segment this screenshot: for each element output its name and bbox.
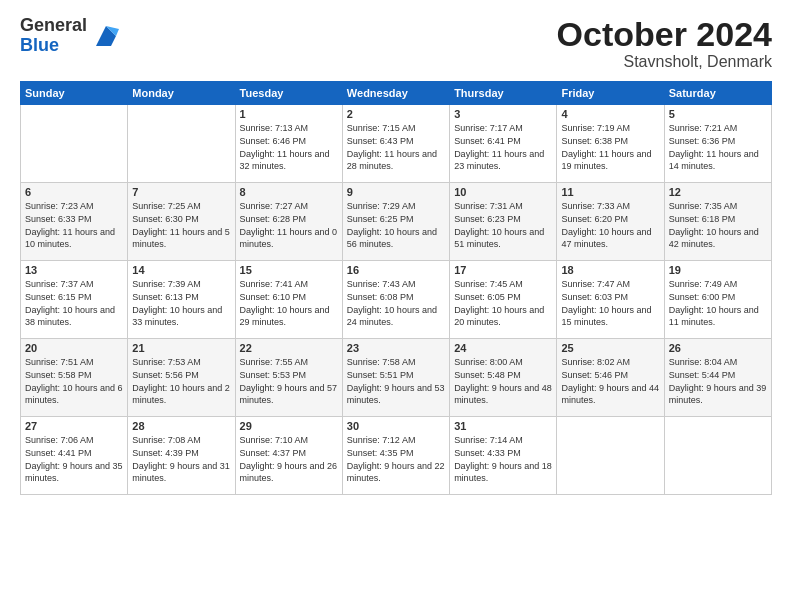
day-number: 30 [347,420,445,432]
calendar-day-cell [21,105,128,183]
col-friday: Friday [557,82,664,105]
calendar-day-cell: 24Sunrise: 8:00 AMSunset: 5:48 PMDayligh… [450,339,557,417]
day-number: 10 [454,186,552,198]
calendar-day-cell: 29Sunrise: 7:10 AMSunset: 4:37 PMDayligh… [235,417,342,495]
day-number: 6 [25,186,123,198]
calendar-day-cell: 3Sunrise: 7:17 AMSunset: 6:41 PMDaylight… [450,105,557,183]
day-info: Sunrise: 7:31 AMSunset: 6:23 PMDaylight:… [454,201,544,249]
day-number: 7 [132,186,230,198]
day-info: Sunrise: 7:33 AMSunset: 6:20 PMDaylight:… [561,201,651,249]
day-info: Sunrise: 7:55 AMSunset: 5:53 PMDaylight:… [240,357,338,405]
day-info: Sunrise: 7:49 AMSunset: 6:00 PMDaylight:… [669,279,759,327]
calendar-week-row: 27Sunrise: 7:06 AMSunset: 4:41 PMDayligh… [21,417,772,495]
day-number: 31 [454,420,552,432]
day-number: 25 [561,342,659,354]
calendar-day-cell: 28Sunrise: 7:08 AMSunset: 4:39 PMDayligh… [128,417,235,495]
day-info: Sunrise: 7:45 AMSunset: 6:05 PMDaylight:… [454,279,544,327]
day-number: 15 [240,264,338,276]
calendar-day-cell: 30Sunrise: 7:12 AMSunset: 4:35 PMDayligh… [342,417,449,495]
calendar-day-cell: 31Sunrise: 7:14 AMSunset: 4:33 PMDayligh… [450,417,557,495]
logo-general: General [20,16,87,36]
day-info: Sunrise: 7:19 AMSunset: 6:38 PMDaylight:… [561,123,651,171]
day-info: Sunrise: 7:15 AMSunset: 6:43 PMDaylight:… [347,123,437,171]
calendar-day-cell: 20Sunrise: 7:51 AMSunset: 5:58 PMDayligh… [21,339,128,417]
logo-icon [91,21,121,51]
calendar-day-cell: 22Sunrise: 7:55 AMSunset: 5:53 PMDayligh… [235,339,342,417]
calendar-day-cell: 13Sunrise: 7:37 AMSunset: 6:15 PMDayligh… [21,261,128,339]
day-number: 29 [240,420,338,432]
calendar-week-row: 1Sunrise: 7:13 AMSunset: 6:46 PMDaylight… [21,105,772,183]
day-info: Sunrise: 7:43 AMSunset: 6:08 PMDaylight:… [347,279,437,327]
calendar-day-cell: 25Sunrise: 8:02 AMSunset: 5:46 PMDayligh… [557,339,664,417]
day-number: 26 [669,342,767,354]
day-number: 1 [240,108,338,120]
calendar-day-cell: 5Sunrise: 7:21 AMSunset: 6:36 PMDaylight… [664,105,771,183]
day-number: 9 [347,186,445,198]
calendar-table: Sunday Monday Tuesday Wednesday Thursday… [20,81,772,495]
day-info: Sunrise: 7:10 AMSunset: 4:37 PMDaylight:… [240,435,338,483]
calendar-day-cell: 2Sunrise: 7:15 AMSunset: 6:43 PMDaylight… [342,105,449,183]
title-block: October 2024 Stavnsholt, Denmark [557,16,772,71]
day-info: Sunrise: 7:12 AMSunset: 4:35 PMDaylight:… [347,435,445,483]
day-number: 13 [25,264,123,276]
day-number: 4 [561,108,659,120]
calendar-week-row: 13Sunrise: 7:37 AMSunset: 6:15 PMDayligh… [21,261,772,339]
day-info: Sunrise: 7:47 AMSunset: 6:03 PMDaylight:… [561,279,651,327]
calendar-day-cell: 11Sunrise: 7:33 AMSunset: 6:20 PMDayligh… [557,183,664,261]
day-info: Sunrise: 7:53 AMSunset: 5:56 PMDaylight:… [132,357,230,405]
day-number: 17 [454,264,552,276]
day-info: Sunrise: 7:29 AMSunset: 6:25 PMDaylight:… [347,201,437,249]
day-number: 5 [669,108,767,120]
calendar-day-cell: 8Sunrise: 7:27 AMSunset: 6:28 PMDaylight… [235,183,342,261]
calendar-day-cell: 12Sunrise: 7:35 AMSunset: 6:18 PMDayligh… [664,183,771,261]
calendar-week-row: 20Sunrise: 7:51 AMSunset: 5:58 PMDayligh… [21,339,772,417]
day-number: 11 [561,186,659,198]
day-info: Sunrise: 7:27 AMSunset: 6:28 PMDaylight:… [240,201,338,249]
day-number: 23 [347,342,445,354]
calendar-day-cell: 21Sunrise: 7:53 AMSunset: 5:56 PMDayligh… [128,339,235,417]
day-info: Sunrise: 7:58 AMSunset: 5:51 PMDaylight:… [347,357,445,405]
day-number: 19 [669,264,767,276]
header-row: Sunday Monday Tuesday Wednesday Thursday… [21,82,772,105]
day-info: Sunrise: 7:13 AMSunset: 6:46 PMDaylight:… [240,123,330,171]
day-number: 22 [240,342,338,354]
logo-blue: Blue [20,36,87,56]
day-info: Sunrise: 7:14 AMSunset: 4:33 PMDaylight:… [454,435,552,483]
calendar-day-cell: 19Sunrise: 7:49 AMSunset: 6:00 PMDayligh… [664,261,771,339]
logo: General Blue [20,16,121,56]
day-info: Sunrise: 7:23 AMSunset: 6:33 PMDaylight:… [25,201,115,249]
day-number: 27 [25,420,123,432]
day-info: Sunrise: 7:17 AMSunset: 6:41 PMDaylight:… [454,123,544,171]
day-number: 16 [347,264,445,276]
calendar-day-cell: 10Sunrise: 7:31 AMSunset: 6:23 PMDayligh… [450,183,557,261]
day-info: Sunrise: 7:37 AMSunset: 6:15 PMDaylight:… [25,279,115,327]
day-info: Sunrise: 8:04 AMSunset: 5:44 PMDaylight:… [669,357,767,405]
col-monday: Monday [128,82,235,105]
day-number: 3 [454,108,552,120]
day-info: Sunrise: 7:51 AMSunset: 5:58 PMDaylight:… [25,357,123,405]
calendar-day-cell: 17Sunrise: 7:45 AMSunset: 6:05 PMDayligh… [450,261,557,339]
day-number: 28 [132,420,230,432]
calendar-day-cell [128,105,235,183]
day-number: 18 [561,264,659,276]
col-saturday: Saturday [664,82,771,105]
day-number: 12 [669,186,767,198]
day-number: 24 [454,342,552,354]
day-info: Sunrise: 7:06 AMSunset: 4:41 PMDaylight:… [25,435,123,483]
calendar-day-cell: 16Sunrise: 7:43 AMSunset: 6:08 PMDayligh… [342,261,449,339]
calendar-day-cell: 26Sunrise: 8:04 AMSunset: 5:44 PMDayligh… [664,339,771,417]
day-info: Sunrise: 7:21 AMSunset: 6:36 PMDaylight:… [669,123,759,171]
day-number: 14 [132,264,230,276]
day-number: 20 [25,342,123,354]
day-number: 21 [132,342,230,354]
day-info: Sunrise: 7:08 AMSunset: 4:39 PMDaylight:… [132,435,230,483]
calendar-day-cell: 9Sunrise: 7:29 AMSunset: 6:25 PMDaylight… [342,183,449,261]
col-tuesday: Tuesday [235,82,342,105]
calendar-day-cell: 6Sunrise: 7:23 AMSunset: 6:33 PMDaylight… [21,183,128,261]
day-info: Sunrise: 8:02 AMSunset: 5:46 PMDaylight:… [561,357,659,405]
day-info: Sunrise: 7:35 AMSunset: 6:18 PMDaylight:… [669,201,759,249]
calendar-page: General Blue October 2024 Stavnsholt, De… [0,0,792,612]
calendar-day-cell: 18Sunrise: 7:47 AMSunset: 6:03 PMDayligh… [557,261,664,339]
calendar-week-row: 6Sunrise: 7:23 AMSunset: 6:33 PMDaylight… [21,183,772,261]
day-info: Sunrise: 7:39 AMSunset: 6:13 PMDaylight:… [132,279,222,327]
